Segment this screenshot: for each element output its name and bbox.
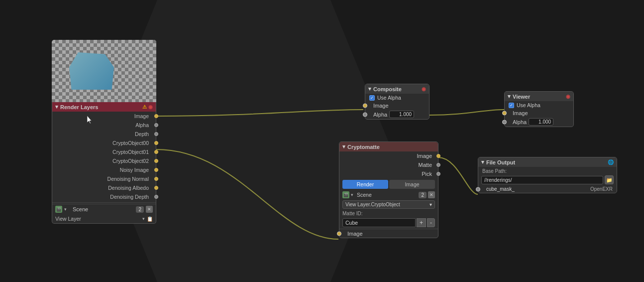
output-noisy-label: Noisy Image [120,167,149,173]
output-crypto0-row: CryptoObject00 [52,139,156,147]
viewer-use-alpha-checkbox[interactable]: ✓ [509,103,514,108]
crypto-scene-num: 2 [419,192,427,198]
viewer-title: Viewer [513,94,530,100]
output-depth-label: Depth [135,131,149,137]
tab-image[interactable]: Image [389,180,435,189]
composite-image-socket[interactable] [363,104,367,108]
scene-close-button[interactable]: ✕ [146,206,153,213]
folder-browse-button[interactable]: 📁 [605,175,614,184]
crypto-pick-out-label: Pick [422,171,432,177]
output-crypto2-socket[interactable] [154,159,158,163]
output-alpha-label: Alpha [135,122,149,128]
output-crypto1-label: CryptoObject01 [112,149,149,155]
matte-id-label: Matte ID: [342,211,363,216]
file-output-globe-icon: 🌐 [608,159,614,165]
crypto-scene-label: Scene [357,192,417,198]
crypto-matte-out-row: Matte [339,160,438,169]
output-depth-row: Depth [52,130,156,139]
file-output-name: cube_mask_ [486,186,515,192]
base-path-label: Base Path: [478,167,617,174]
composite-image-label: Image [373,103,389,109]
output-denoise-depth-socket[interactable] [154,195,158,199]
viewer-alpha-value[interactable]: 1.000 [529,118,553,126]
output-denoise-normal-socket[interactable] [154,177,158,181]
matte-remove-button[interactable]: - [427,218,435,227]
viewer-image-socket[interactable] [502,111,507,116]
crypto-viewlayer-chevron: ▾ [429,202,432,207]
cryptomatte-chevron[interactable]: ▾ [342,143,345,150]
crypto-pick-out-row: Pick [339,169,438,178]
composite-header: ▾ Composite ◉ [365,84,429,94]
crypto-pick-out-socket[interactable] [436,172,440,176]
render-layers-header: ▾ Render Layers ⚠ ◉ [52,102,156,112]
crypto-scene-dropdown-toggle[interactable]: ▾ [351,192,353,197]
viewer-node: ▾ Viewer ◉ ✓ Use Alpha Image Alpha 1.000 [504,91,574,127]
composite-alpha-value[interactable]: 1.000 [389,111,414,118]
viewer-alpha-socket[interactable] [502,120,507,124]
output-depth-socket[interactable] [154,132,158,136]
composite-use-alpha-checkbox[interactable]: ✓ [369,95,375,101]
crypto-image-out-row: Image [339,151,438,160]
output-noisy-row: Noisy Image [52,165,156,174]
file-output-node: ▾ File Output 🌐 Base Path: 📁 cube_mask_ … [478,157,617,193]
composite-use-alpha-label: Use Alpha [377,95,401,101]
output-noisy-socket[interactable] [154,168,158,172]
preview-checker [52,40,156,102]
output-alpha-row: Alpha [52,121,156,130]
view-layer-row: View Layer ▾ 📋 [52,214,156,223]
crypto-image-out-label: Image [417,153,432,159]
composite-title: Composite [373,86,402,92]
output-image-socket[interactable] [154,114,158,118]
viewer-render-icon: ◉ [566,94,570,99]
file-output-entry-row: cube_mask_ OpenEXR [478,185,617,193]
viewer-alpha-row: Alpha 1.000 [505,117,573,127]
composite-node: ▾ Composite ◉ ✓ Use Alpha Image Alpha 1.… [365,84,429,120]
view-layer-icon: 📋 [147,216,153,222]
crypto-image-out-socket[interactable] [436,154,440,158]
cryptomatte-header: ▾ Cryptomatte [339,142,438,151]
output-denoise-normal-row: Denoising Normal [52,174,156,183]
warning-icon: ⚠ [142,104,147,110]
output-crypto1-socket[interactable] [154,150,158,154]
crypto-matte-out-socket[interactable] [436,163,440,167]
render-layers-panel: ▾ Render Layers ⚠ ◉ Image Alpha Depth Cr… [52,102,156,224]
base-path-input[interactable] [481,176,603,184]
viewer-chevron[interactable]: ▾ [508,93,511,100]
crypto-viewlayer-dropdown[interactable]: View Layer.CryptoObject ▾ [342,200,435,209]
cryptomatte-tab-bar: Render Image [342,180,435,189]
scene-icon: 🎬 [55,206,62,213]
file-output-chevron[interactable]: ▾ [481,159,484,165]
view-layer-chevron[interactable]: ▾ [142,216,145,221]
divider-1 [52,202,156,203]
viewer-alpha-label: Alpha [513,119,527,125]
preview-object [69,52,114,90]
composite-render-icon: ◉ [422,86,426,92]
file-output-title: File Output [486,159,515,165]
composite-alpha-row: Alpha 1.000 [365,110,429,119]
crypto-scene-close[interactable]: ✕ [428,191,435,198]
output-denoise-depth-row: Denoising Depth [52,192,156,201]
output-crypto2-label: CryptoObject02 [112,158,149,164]
composite-alpha-socket[interactable] [363,112,367,117]
render-layers-preview [52,40,156,102]
output-denoise-albedo-row: Denoising Albedo [52,183,156,192]
scene-dropdown-toggle[interactable]: ▾ [64,207,67,212]
output-image-row: Image [52,112,156,121]
composite-chevron[interactable]: ▾ [368,86,371,92]
crypto-scene-row: 🎬 ▾ Scene 2 ✕ [339,190,438,199]
file-output-socket[interactable] [476,187,480,191]
crypto-image-in-socket[interactable] [337,231,341,236]
matte-add-button[interactable]: + [417,218,426,227]
collapse-chevron[interactable]: ▾ [55,104,58,110]
scene-label: Scene [73,206,134,212]
output-denoise-albedo-label: Denoising Albedo [108,185,149,191]
output-denoise-albedo-socket[interactable] [154,186,158,190]
tab-render[interactable]: Render [342,180,388,189]
matte-id-input[interactable] [342,218,416,227]
output-crypto0-socket[interactable] [154,141,158,145]
viewer-image-label: Image [513,110,528,116]
viewer-image-row: Image [505,109,573,117]
cryptomatte-body: Image Matte Pick Render Image 🎬 ▾ Scene … [339,151,438,238]
viewer-use-alpha-label: Use Alpha [517,102,540,108]
output-alpha-socket[interactable] [154,123,158,127]
